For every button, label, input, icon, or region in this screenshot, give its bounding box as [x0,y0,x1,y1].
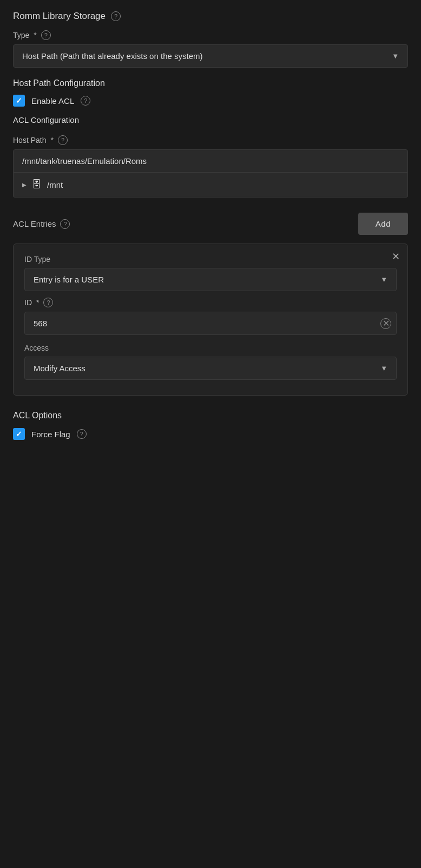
type-required: * [34,31,36,40]
type-label-row: Type * ? [13,30,408,40]
tree-arrow-icon: ▶ [22,182,27,188]
host-path-input[interactable] [13,149,408,173]
host-path-config-title: Host Path Configuration [13,78,408,88]
enable-acl-checkmark: ✓ [16,96,22,105]
id-label: ID [24,298,32,307]
force-flag-checkbox[interactable]: ✓ [13,428,25,440]
force-flag-label: Force Flag [31,430,70,439]
type-select-value: Host Path (Path that already exists on t… [22,51,203,61]
id-required: * [36,298,39,307]
id-label-row: ID * ? [24,298,397,307]
title-help-icon[interactable]: ? [111,11,121,21]
enable-acl-row: ✓ Enable ACL ? [13,95,408,107]
folder-icon: 🗄 [32,179,42,190]
id-type-value: Entry is for a USER [34,275,104,284]
add-acl-entry-button[interactable]: Add [358,213,408,235]
id-type-select[interactable]: Entry is for a USER ▼ [24,268,397,291]
acl-config-title: ACL Configuration [13,115,408,124]
force-flag-checkmark: ✓ [16,430,22,438]
host-path-required: * [50,136,53,144]
force-flag-row: ✓ Force Flag ? [13,428,408,440]
acl-entries-label-group: ACL Entries ? [13,219,70,229]
title-text: Romm Library Storage [13,11,106,22]
acl-options-title: ACL Options [13,411,408,420]
acl-entries-help-icon[interactable]: ? [60,219,70,229]
access-value: Modify Access [34,364,85,373]
id-type-label: ID Type [24,255,397,264]
type-label: Type [13,31,29,40]
host-path-label: Host Path [13,136,46,144]
enable-acl-help-icon[interactable]: ? [81,96,90,106]
type-help-icon[interactable]: ? [41,30,51,40]
enable-acl-label: Enable ACL [31,96,74,106]
id-type-chevron: ▼ [380,275,387,284]
access-label: Access [24,344,397,352]
close-entry-button[interactable]: ✕ [392,252,400,261]
host-path-tree-row[interactable]: ▶ 🗄 /mnt [13,173,408,198]
id-input[interactable] [24,312,397,335]
host-path-label-row: Host Path * ? [13,135,408,145]
host-path-help-icon[interactable]: ? [58,135,68,145]
type-select[interactable]: Host Path (Path that already exists on t… [13,44,408,68]
type-select-chevron: ▼ [392,52,399,60]
tree-path-label: /mnt [47,180,63,189]
id-clear-button[interactable]: ✕ [380,318,391,329]
access-chevron: ▼ [380,364,387,372]
acl-entries-header: ACL Entries ? Add [13,213,408,235]
force-flag-help-icon[interactable]: ? [77,429,87,439]
acl-entry-card: ✕ ID Type Entry is for a USER ▼ ID * ? ✕… [13,244,408,396]
id-input-wrapper: ✕ [24,312,397,335]
storage-title: Romm Library Storage ? [13,11,408,22]
enable-acl-checkbox[interactable]: ✓ [13,95,25,107]
access-select[interactable]: Modify Access ▼ [24,357,397,380]
id-help-icon[interactable]: ? [43,298,53,307]
acl-entries-label: ACL Entries [13,219,56,228]
